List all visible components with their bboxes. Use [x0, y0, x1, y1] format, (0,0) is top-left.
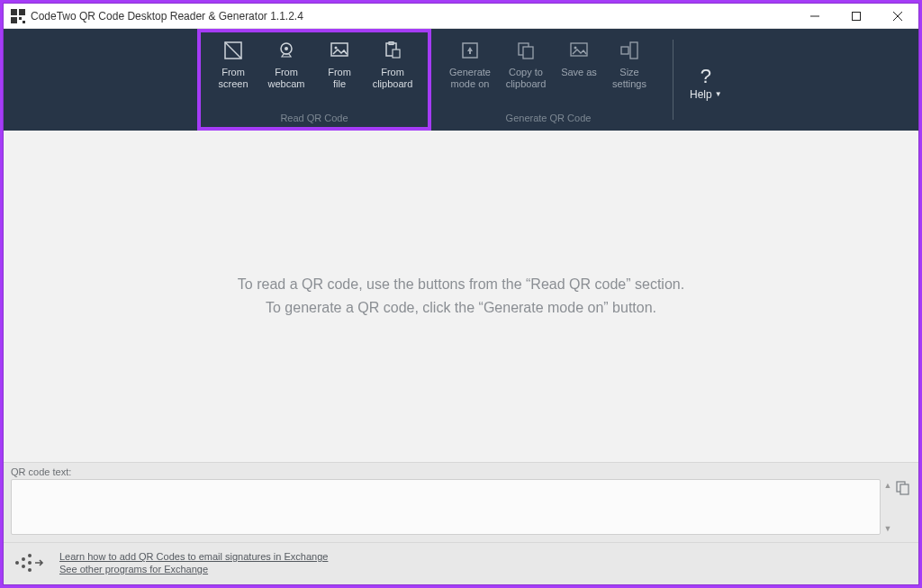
svg-line-10: [225, 42, 241, 59]
webcam-icon: [276, 40, 297, 61]
svg-point-28: [22, 557, 25, 561]
footer-link-other-programs[interactable]: See other programs for Exchange: [59, 564, 328, 574]
scroll-up-icon: ▲: [884, 481, 892, 490]
qr-text-input[interactable]: [11, 479, 881, 535]
ribbon-group-generate: Generate mode on Copy to clipboard Save …: [431, 29, 665, 131]
qr-text-label: QR code text:: [11, 466, 911, 477]
copy-to-clipboard-button[interactable]: Copy to clipboard: [498, 34, 554, 90]
save-image-icon: [568, 40, 590, 61]
from-webcam-button[interactable]: From webcam: [258, 34, 314, 90]
ribbon-group-generate-caption: Generate QR Code: [506, 113, 592, 127]
svg-point-12: [285, 47, 288, 50]
generate-mode-on-button[interactable]: Generate mode on: [442, 34, 498, 90]
svg-rect-23: [621, 47, 628, 54]
from-file-button[interactable]: From file: [314, 34, 365, 90]
svg-rect-0: [11, 9, 17, 15]
svg-rect-6: [853, 12, 861, 20]
svg-rect-20: [523, 47, 533, 59]
from-clipboard-button[interactable]: From clipboard: [365, 34, 420, 90]
copy-qr-text-button[interactable]: [895, 479, 911, 535]
ribbon-group-read: From screen From webcam From file: [197, 29, 431, 131]
svg-point-22: [574, 47, 577, 50]
app-icon: [11, 9, 25, 23]
svg-rect-17: [393, 50, 400, 58]
qr-text-panel: QR code text: ▲ ▼: [4, 462, 918, 542]
image-file-icon: [329, 40, 350, 61]
scroll-down-icon: ▼: [884, 524, 892, 533]
footer-link-exchange-signatures[interactable]: Learn how to add QR Codes to email signa…: [59, 551, 328, 562]
svg-rect-1: [19, 9, 25, 15]
window-title: CodeTwo QR Code Desktop Reader & Generat…: [31, 10, 303, 23]
title-bar: CodeTwo QR Code Desktop Reader & Generat…: [4, 4, 918, 29]
svg-point-32: [28, 568, 32, 572]
help-icon: ?: [701, 65, 711, 88]
instruction-line-2: To generate a QR code, click the “Genera…: [266, 296, 656, 320]
promo-arrow-icon: [13, 548, 45, 577]
application-window: CodeTwo QR Code Desktop Reader & Generat…: [4, 4, 918, 584]
svg-point-14: [335, 47, 338, 50]
help-dropdown-button[interactable]: ? Help ▼: [681, 34, 731, 131]
svg-rect-4: [23, 21, 25, 23]
clipboard-copy-icon: [515, 40, 537, 61]
size-settings-button[interactable]: Size settings: [604, 34, 655, 90]
resize-icon: [619, 40, 640, 61]
instruction-line-1: To read a QR code, use the buttons from …: [238, 273, 684, 296]
close-button[interactable]: [877, 4, 918, 29]
screen-capture-icon: [222, 40, 244, 61]
textarea-scroll[interactable]: ▲ ▼: [881, 479, 895, 535]
svg-rect-24: [630, 42, 637, 59]
svg-rect-3: [19, 17, 22, 20]
chevron-down-icon: ▼: [715, 90, 722, 98]
svg-rect-26: [900, 484, 908, 494]
save-as-button[interactable]: Save as: [554, 34, 604, 90]
svg-point-27: [15, 561, 19, 565]
svg-point-29: [22, 565, 25, 568]
svg-point-31: [28, 561, 32, 565]
minimize-button[interactable]: [794, 4, 836, 29]
maximize-button[interactable]: [836, 4, 877, 29]
footer-promo: Learn how to add QR Codes to email signa…: [4, 542, 918, 584]
toolbar-ribbon: From screen From webcam From file: [4, 29, 918, 131]
instruction-message: To read a QR code, use the buttons from …: [4, 131, 918, 462]
from-screen-button[interactable]: From screen: [208, 34, 258, 90]
generate-icon: [459, 40, 481, 61]
ribbon-separator: [673, 40, 673, 120]
ribbon-group-read-caption: Read QR Code: [280, 113, 348, 127]
svg-point-30: [28, 554, 32, 557]
content-area: To read a QR code, use the buttons from …: [4, 131, 918, 584]
clipboard-paste-icon: [382, 40, 403, 61]
svg-rect-2: [11, 17, 17, 23]
